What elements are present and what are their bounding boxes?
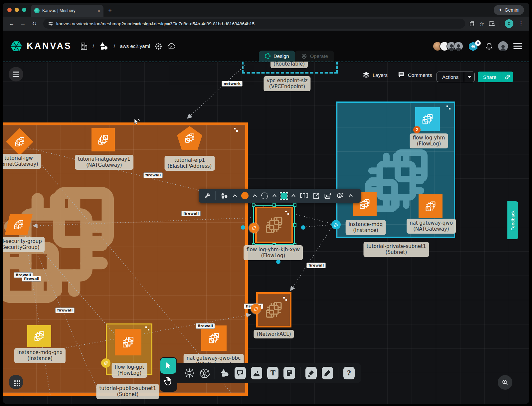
shapes-tool-icon[interactable]: [220, 368, 230, 378]
chevron-up-icon[interactable]: [233, 194, 237, 197]
nat-gateway1-node[interactable]: [91, 128, 115, 151]
chevron-up-icon[interactable]: [349, 194, 353, 197]
resize-icon[interactable]: [446, 105, 450, 109]
feedback-tab[interactable]: Feedback: [507, 201, 518, 239]
shape-fill-tool[interactable]: [281, 193, 287, 199]
rename-field-icon[interactable]: [300, 192, 308, 199]
network-acl-connector[interactable]: [251, 304, 261, 314]
node-context-toolbar: [199, 189, 361, 203]
app-menu-icon[interactable]: [513, 43, 522, 49]
selection-handle[interactable]: [293, 203, 296, 207]
actions-dropdown-button[interactable]: [464, 72, 474, 82]
subnet-edge-connector[interactable]: [331, 220, 341, 229]
tab-operate[interactable]: Operate: [295, 51, 334, 62]
chevron-up-icon[interactable]: [272, 194, 276, 197]
maximize-window-button[interactable]: [22, 8, 26, 12]
user-avatar[interactable]: [498, 41, 508, 51]
resize-icon[interactable]: [283, 297, 287, 301]
resize-icon[interactable]: [285, 211, 289, 215]
address-field[interactable]: kanvas.new/extension/meshmap?mode=design…: [43, 19, 465, 29]
environment-badge[interactable]: 0: [469, 41, 480, 51]
selection-handle[interactable]: [252, 203, 255, 207]
canvas-menu-button[interactable]: [9, 67, 23, 82]
flow-log-gpt-node[interactable]: [115, 329, 141, 355]
reload-button[interactable]: ↻: [29, 20, 39, 27]
components-tool-icon[interactable]: [184, 367, 195, 379]
border-style-tool[interactable]: [261, 192, 268, 199]
edge-label-firewall: firewall: [22, 276, 41, 282]
design-file-name[interactable]: aws ec2.yaml: [120, 43, 150, 49]
chevron-up-icon[interactable]: [253, 194, 257, 197]
edge-network[interactable]: [188, 66, 245, 118]
organization-icon[interactable]: [80, 42, 88, 51]
close-window-button[interactable]: [7, 8, 12, 12]
network-acl-node[interactable]: [256, 292, 291, 327]
design-canvas[interactable]: (RouteTable) vpc endpoint-slz (VPCEndpoi…: [3, 62, 529, 404]
share-label[interactable]: Share: [478, 74, 502, 80]
node-color-swatch[interactable]: [241, 192, 249, 199]
browser-tab[interactable]: Kanvas | Meshery ×: [31, 5, 103, 17]
workloads-icon[interactable]: [155, 43, 162, 50]
flow-log-edge-connector[interactable]: [249, 223, 259, 233]
site-settings-icon[interactable]: [48, 21, 53, 26]
comment-tool-button[interactable]: [235, 367, 246, 379]
designs-icon[interactable]: [99, 42, 109, 51]
profile-avatar[interactable]: C: [505, 19, 513, 28]
flow-log-gpt-connector[interactable]: [101, 358, 110, 368]
flow-log-count-badge[interactable]: 2: [413, 126, 421, 133]
actions-label[interactable]: Actions: [437, 74, 464, 80]
shapes-tool-icon[interactable]: [220, 192, 229, 199]
cloud-sync-icon[interactable]: [167, 43, 176, 50]
bookmark-star-icon[interactable]: ☆: [479, 21, 484, 27]
add-image-icon[interactable]: [324, 192, 332, 199]
selection-handle[interactable]: [272, 203, 276, 207]
kanvas-logo-icon[interactable]: [10, 40, 23, 53]
select-tool-button[interactable]: [160, 358, 176, 374]
open-in-new-icon[interactable]: [313, 192, 320, 199]
tab-design[interactable]: Design: [259, 51, 295, 62]
share-button[interactable]: Share: [478, 72, 513, 82]
alignment-dot: [241, 225, 245, 230]
image-tool-button[interactable]: [251, 367, 262, 379]
nat-gateway-qwo-bbc-node[interactable]: [201, 325, 227, 351]
layers-button[interactable]: Layers: [363, 72, 388, 78]
zoom-search-button[interactable]: [498, 375, 512, 390]
chevron-up-icon[interactable]: [291, 194, 295, 197]
search-tabs-icon[interactable]: [489, 21, 495, 27]
edge-pen-tool-button[interactable]: [305, 367, 317, 379]
nat-gateway-qwo-node[interactable]: [419, 194, 443, 218]
kubernetes-tool-icon[interactable]: [200, 367, 210, 379]
pan-tool-button[interactable]: [163, 376, 172, 387]
selection-handle[interactable]: [293, 223, 296, 227]
notifications-bell-icon[interactable]: [485, 42, 493, 50]
tab-title: Kanvas | Meshery: [42, 8, 94, 13]
save-icon[interactable]: [469, 21, 475, 27]
new-tab-button[interactable]: +: [103, 7, 116, 17]
pencil-icon: [324, 369, 331, 377]
resize-icon[interactable]: [145, 326, 149, 330]
nat-gateway-qwo-label: nat gateway-qwo (NATGateway): [407, 219, 456, 234]
meshery-favicon-icon: [34, 8, 40, 13]
copy-link-button[interactable]: [502, 72, 513, 82]
group-circles-icon[interactable]: [336, 192, 344, 199]
comments-button[interactable]: Comments: [398, 72, 432, 78]
selected-flow-log-node[interactable]: [253, 205, 295, 245]
instance-mdq-gnx-node[interactable]: [27, 325, 51, 347]
minimize-window-button[interactable]: [15, 8, 19, 12]
gemini-button[interactable]: ✦ Gemini: [494, 5, 524, 15]
resize-icon[interactable]: [234, 128, 238, 132]
chip-icon: [252, 226, 257, 231]
actions-button[interactable]: Actions: [437, 72, 475, 82]
back-button[interactable]: ←: [7, 20, 17, 27]
collaborator-avatar[interactable]: [453, 41, 463, 51]
freehand-pencil-tool-button[interactable]: [322, 367, 333, 379]
forward-button[interactable]: →: [18, 20, 28, 27]
flow-log-selected-body[interactable]: [255, 207, 293, 243]
browser-menu-icon[interactable]: ⋮: [518, 20, 524, 27]
widgets-grid-button[interactable]: [9, 375, 23, 389]
configure-wrench-icon[interactable]: [204, 192, 211, 199]
text-tool-button[interactable]: T: [267, 367, 278, 379]
close-tab-icon[interactable]: ×: [97, 8, 100, 14]
help-button[interactable]: ?: [343, 367, 355, 379]
note-tool-button[interactable]: [283, 367, 295, 379]
